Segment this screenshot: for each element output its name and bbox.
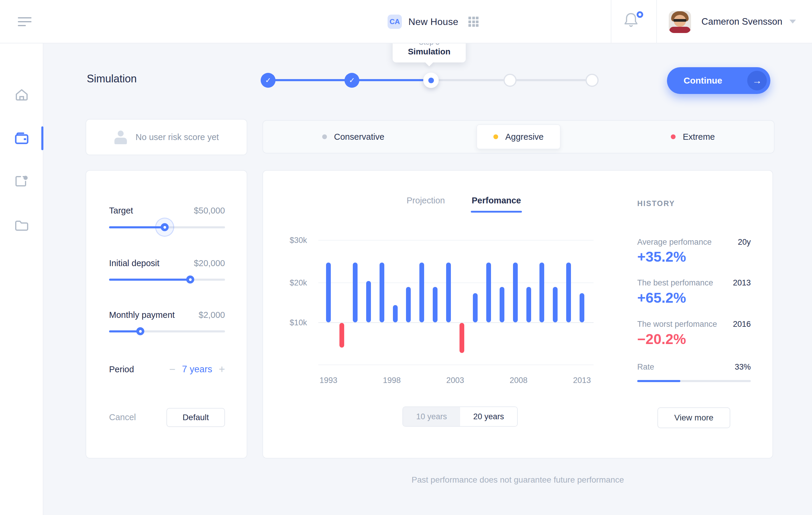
slider-thumb[interactable] [186, 276, 194, 284]
chart-bar [406, 287, 411, 322]
history-item-value: −20.2% [637, 331, 686, 347]
period-decrease-button[interactable]: − [169, 364, 175, 375]
initial-deposit-label: Initial deposit [109, 258, 159, 268]
radio-dot [322, 135, 327, 139]
slider-thumb[interactable] [161, 223, 169, 231]
tab-perfomance[interactable]: Perfomance [471, 196, 522, 212]
top-header: CA New House Cameron Svensson [0, 0, 812, 44]
history-panel: HISTORY Average perfomance 20y +35.2% Th… [637, 171, 751, 459]
user-icon [114, 131, 127, 144]
performance-chart-card: Projection Perfomance $30k $20k $10k 199… [262, 170, 773, 458]
stepper-step-5[interactable] [585, 74, 599, 87]
chart-bar [393, 305, 398, 322]
radio-dot [671, 135, 675, 139]
initial-deposit-row: Initial deposit $20,000 [109, 258, 225, 268]
chart-range-toggle: 10 years 20 years [402, 406, 518, 427]
y-axis-label: $20k [274, 278, 307, 288]
monthly-payment-label: Monthly payment [109, 310, 175, 320]
slider-thumb[interactable] [137, 327, 144, 335]
risk-score-text: No user risk score yet [136, 132, 219, 142]
sidebar-item-portfolio[interactable] [0, 124, 44, 152]
period-increase-button[interactable]: + [219, 364, 225, 375]
sidebar-item-files[interactable] [0, 211, 44, 240]
default-button[interactable]: Default [167, 408, 225, 427]
chart-bar [526, 287, 531, 322]
risk-profile-selector: Conservative Balanced Aggresive Extreme [262, 120, 775, 153]
bell-icon [624, 11, 638, 27]
chart-bar [513, 262, 518, 322]
y-axis-label: $10k [274, 318, 307, 327]
active-tab-underline [471, 211, 522, 212]
header-divider [656, 0, 657, 44]
rate-value: 33% [735, 363, 751, 372]
history-title: HISTORY [637, 199, 675, 208]
sidebar-item-home[interactable] [0, 80, 44, 109]
risk-score-card: No user risk score yet [86, 119, 247, 155]
stepper-step-1[interactable]: ✓ [261, 73, 276, 88]
wallet-icon [15, 132, 29, 144]
target-slider[interactable] [109, 221, 225, 233]
monthly-payment-slider[interactable] [109, 325, 225, 337]
tooltip-step-label: Simulation [393, 47, 466, 57]
history-item-tag: 20y [738, 237, 751, 247]
stepper-step-2[interactable]: ✓ [345, 73, 359, 88]
menu-icon[interactable] [18, 17, 32, 27]
chart-bar [380, 262, 384, 322]
gridline-20k [318, 283, 593, 283]
check-icon: ✓ [265, 77, 271, 84]
target-label: Target [109, 206, 133, 216]
history-item-tag: 2013 [733, 278, 751, 288]
bar-chart: $30k $20k $10k 19931998200320082013 [318, 236, 593, 403]
rate-progress-bar [637, 380, 751, 382]
risk-option-label: Conservative [334, 132, 384, 142]
initial-deposit-value: $20,000 [194, 258, 225, 268]
folder-icon [15, 220, 29, 231]
chart-bar [446, 262, 451, 322]
history-item-label: The best perfomance [637, 278, 713, 288]
gridline-30k [318, 240, 593, 240]
tab-label: Projection [404, 196, 447, 205]
chart-bar [433, 287, 437, 322]
tab-projection[interactable]: Projection [404, 196, 447, 205]
check-icon: ✓ [349, 77, 355, 84]
chart-bar [366, 281, 371, 322]
chart-bar [460, 323, 464, 353]
toggle-10-years[interactable]: 10 years [403, 407, 460, 426]
chart-bar [500, 287, 504, 322]
history-item-label: The worst perfomance [637, 320, 717, 329]
notifications-button[interactable] [624, 11, 643, 33]
risk-option-extreme[interactable]: Extreme [662, 124, 724, 149]
chart-bar [340, 323, 344, 348]
gridline-10k-baseline [318, 322, 593, 323]
view-more-button[interactable]: View more [658, 407, 730, 428]
risk-option-label: Extreme [683, 132, 715, 142]
toggle-20-years[interactable]: 20 years [460, 407, 517, 426]
chart-bar [566, 262, 571, 322]
stepper-step-3[interactable] [423, 73, 439, 88]
stepper-step-4[interactable] [503, 74, 517, 87]
risk-option-conservative[interactable]: Conservative [313, 124, 393, 149]
period-value: 7 years [182, 364, 212, 375]
x-axis-label: 2008 [501, 376, 536, 385]
target-row: Target $50,000 [109, 206, 225, 216]
y-axis-label: $30k [274, 236, 307, 245]
initial-deposit-slider[interactable] [109, 274, 225, 285]
cancel-button[interactable]: Cancel [109, 412, 136, 422]
x-axis-line [318, 365, 593, 365]
project-switcher[interactable]: CA New House [387, 0, 478, 44]
continue-button[interactable]: Continue → [667, 67, 771, 94]
user-menu[interactable]: Cameron Svensson [701, 0, 782, 44]
chart-bar [486, 262, 491, 322]
chevron-down-icon[interactable] [789, 20, 796, 24]
sidebar-item-reports[interactable] [0, 167, 44, 195]
risk-option-label: Aggresive [505, 132, 544, 142]
risk-option-aggresive[interactable]: Aggresive [476, 124, 560, 149]
rate-progress-fill [637, 380, 680, 382]
page-title: Simulation [87, 73, 137, 85]
x-axis-label: 1993 [311, 376, 346, 385]
x-axis-label: 1998 [374, 376, 410, 385]
period-stepper: − 7 years + [169, 364, 225, 375]
history-item-tag: 2016 [733, 320, 751, 329]
avatar[interactable] [669, 11, 691, 33]
apps-grid-icon[interactable] [468, 17, 478, 27]
